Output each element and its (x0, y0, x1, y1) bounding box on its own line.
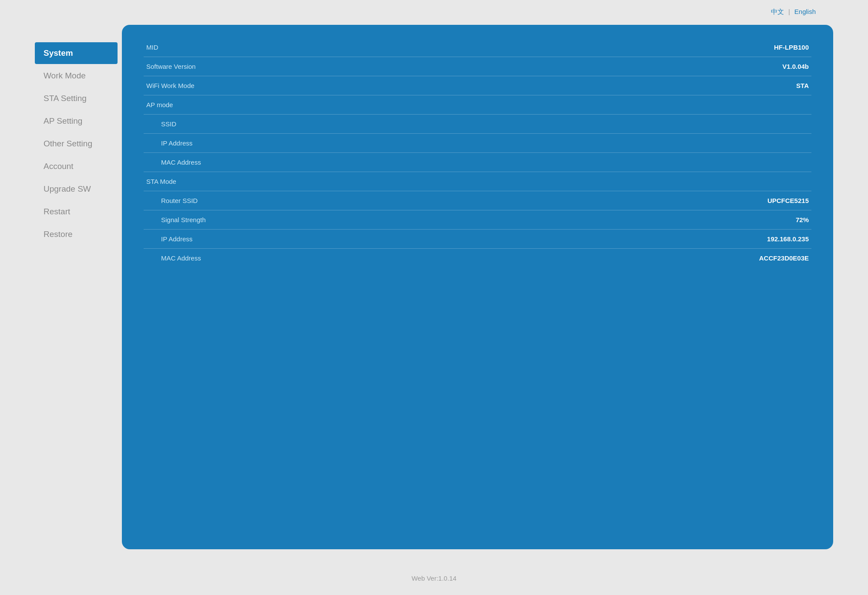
sidebar-item-ap-setting[interactable]: AP Setting (35, 110, 118, 132)
footer-text: Web Ver:1.0.14 (411, 575, 456, 582)
sidebar-item-other-setting[interactable]: Other Setting (35, 133, 118, 155)
row-value: 192.168.0.235 (511, 230, 811, 249)
row-label: MAC Address (144, 153, 511, 172)
sidebar-item-restore[interactable]: Restore (35, 223, 118, 245)
section-header: AP mode (144, 95, 811, 115)
row-label: IP Address (144, 230, 511, 249)
sidebar-item-work-mode[interactable]: Work Mode (35, 65, 118, 87)
table-row: MAC Address (144, 153, 811, 172)
row-value: 72% (511, 210, 811, 230)
row-label: SSID (144, 115, 511, 134)
section-header: STA Mode (144, 172, 811, 191)
row-value (511, 134, 811, 153)
row-label: Software Version (144, 57, 511, 76)
row-value: UPCFCE5215 (511, 191, 811, 210)
language-bar: 中文 | English (0, 0, 868, 20)
table-row: Router SSIDUPCFCE5215 (144, 191, 811, 210)
row-label: MID (144, 38, 511, 57)
table-row: MIDHF-LPB100 (144, 38, 811, 57)
main-area: SystemWork ModeSTA SettingAP SettingOthe… (0, 20, 868, 567)
table-row: WiFi Work ModeSTA (144, 76, 811, 95)
sidebar-item-account[interactable]: Account (35, 156, 118, 177)
table-row: STA Mode (144, 172, 811, 191)
row-label: WiFi Work Mode (144, 76, 511, 95)
row-label: Router SSID (144, 191, 511, 210)
lang-divider: | (788, 8, 790, 16)
info-table: MIDHF-LPB100Software VersionV1.0.04bWiFi… (144, 38, 811, 267)
table-row: Signal Strength72% (144, 210, 811, 230)
row-label: MAC Address (144, 249, 511, 268)
row-label: Signal Strength (144, 210, 511, 230)
row-value: ACCF23D0E03E (511, 249, 811, 268)
sidebar-item-restart[interactable]: Restart (35, 201, 118, 223)
table-row: Software VersionV1.0.04b (144, 57, 811, 76)
table-row: SSID (144, 115, 811, 134)
lang-english[interactable]: English (794, 8, 816, 16)
table-row: AP mode (144, 95, 811, 115)
row-value: V1.0.04b (511, 57, 811, 76)
sidebar: SystemWork ModeSTA SettingAP SettingOthe… (35, 25, 118, 549)
footer: Web Ver:1.0.14 (0, 567, 868, 595)
table-row: MAC AddressACCF23D0E03E (144, 249, 811, 268)
row-value: STA (511, 76, 811, 95)
row-value (511, 153, 811, 172)
content-panel: MIDHF-LPB100Software VersionV1.0.04bWiFi… (122, 25, 833, 549)
table-row: IP Address (144, 134, 811, 153)
sidebar-item-sta-setting[interactable]: STA Setting (35, 88, 118, 109)
row-value (511, 115, 811, 134)
sidebar-item-system[interactable]: System (35, 42, 118, 64)
row-label: IP Address (144, 134, 511, 153)
sidebar-item-upgrade-sw[interactable]: Upgrade SW (35, 178, 118, 200)
lang-chinese[interactable]: 中文 (771, 8, 784, 16)
table-row: IP Address192.168.0.235 (144, 230, 811, 249)
row-value: HF-LPB100 (511, 38, 811, 57)
